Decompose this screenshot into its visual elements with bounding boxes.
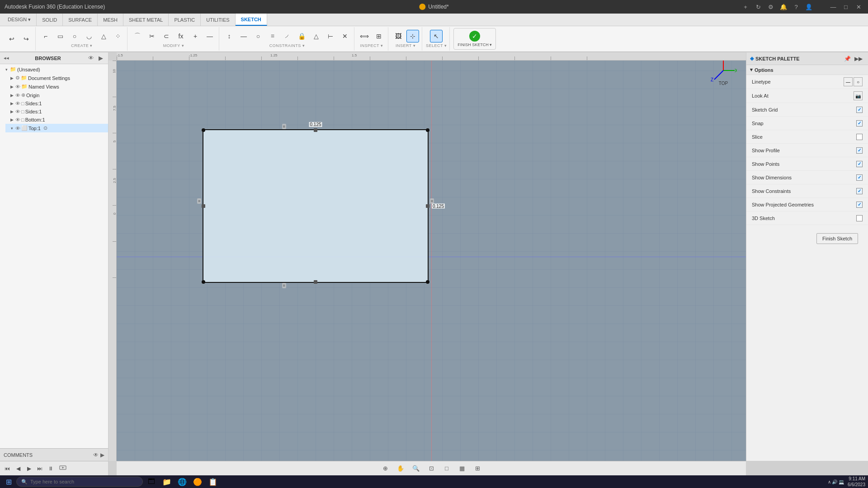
constrain1-btn[interactable]: ↕: [223, 30, 236, 42]
taskbar-app-clipboard[interactable]: 📋: [207, 475, 219, 488]
lock-btn[interactable]: 🔒: [295, 30, 308, 42]
more-create-btn[interactable]: ⁘: [112, 30, 124, 42]
plus-btn[interactable]: +: [189, 30, 202, 42]
notification-btn[interactable]: 🔔: [778, 2, 788, 12]
anim-prev-btn[interactable]: ◀: [14, 464, 23, 473]
bottom-grid-btn[interactable]: ▦: [456, 463, 468, 474]
polygon-tool-btn[interactable]: △: [97, 30, 110, 42]
finish-sketch-btn[interactable]: ✓ FINISH SKETCH ▾: [453, 28, 496, 50]
constrain8-btn[interactable]: ✕: [339, 30, 351, 42]
search-input[interactable]: [30, 479, 121, 484]
taskbar-search[interactable]: 🔍: [16, 477, 143, 487]
circle-tool-btn[interactable]: ○: [68, 30, 81, 42]
constrain4-btn[interactable]: =: [266, 30, 279, 42]
comments-eye-btn[interactable]: 👁: [93, 452, 99, 458]
close-btn[interactable]: ✕: [854, 2, 863, 12]
taskbar-chrome[interactable]: 🌐: [176, 475, 189, 488]
palette-collapse-btn[interactable]: ▶▶: [853, 55, 864, 62]
anim-pause-btn[interactable]: ⏸: [46, 464, 55, 473]
handle-bottom-right[interactable]: [426, 280, 429, 284]
tab-plastic[interactable]: PLASTIC: [169, 14, 201, 26]
settings-gear-btn[interactable]: ⚙: [766, 2, 776, 12]
constrain6-btn[interactable]: △: [310, 30, 322, 42]
tree-item-unsaved[interactable]: ▾ 📁 (Unsaved): [0, 65, 108, 74]
tab-sketch[interactable]: SKETCH: [236, 14, 267, 26]
anim-next-btn[interactable]: ⏭: [35, 464, 44, 473]
arc-tool-btn[interactable]: ◡: [83, 30, 95, 42]
fillet-btn[interactable]: ⌒: [131, 30, 144, 42]
slice-checkbox[interactable]: [856, 134, 863, 140]
insert-cursor-btn[interactable]: ⊹: [406, 30, 419, 42]
show-dimensions-checkbox[interactable]: [856, 174, 863, 181]
look-at-btn[interactable]: 📷: [854, 91, 863, 100]
refresh-btn[interactable]: ↻: [753, 2, 763, 12]
taskbar-app-orange[interactable]: 🟠: [191, 475, 204, 488]
redo-btn[interactable]: ↪: [20, 33, 33, 45]
browser-eye-btn[interactable]: 👁: [87, 54, 95, 62]
tree-item-top1[interactable]: ▾ 👁 ⬜ Top:1 ⊙: [5, 124, 108, 132]
snap-checkbox[interactable]: [856, 120, 863, 127]
inspect2-btn[interactable]: ⊞: [373, 30, 385, 42]
tab-mesh[interactable]: MESH: [98, 14, 123, 26]
3d-sketch-checkbox[interactable]: [856, 215, 863, 221]
tab-design[interactable]: DESIGN ▾: [2, 14, 37, 26]
bottom-settings-btn[interactable]: ⊞: [472, 463, 483, 474]
browser-expand-btn[interactable]: ▶: [97, 54, 104, 62]
tab-solid[interactable]: SOLID: [37, 14, 63, 26]
constrain3-btn[interactable]: ○: [252, 30, 264, 42]
start-button[interactable]: ⊞: [3, 476, 14, 488]
fx-btn[interactable]: fx: [175, 30, 187, 42]
help-btn[interactable]: ?: [791, 2, 801, 12]
taskbar-task-view[interactable]: 🗔: [145, 475, 158, 488]
tree-item-bottom1[interactable]: ▶ 👁 □ Bottom:1: [5, 116, 108, 124]
handle-top-mid[interactable]: [314, 128, 317, 132]
tree-item-named-views[interactable]: ▶ 👁 📁 Named Views: [5, 82, 108, 91]
minimize-btn[interactable]: —: [828, 2, 838, 12]
offset-btn[interactable]: ⊂: [160, 30, 173, 42]
sketch-rectangle[interactable]: 0.125 0.125 ≡ ≡ ≡ ≡: [203, 129, 429, 283]
constrain7-btn[interactable]: ⊢: [324, 30, 337, 42]
line2-btn[interactable]: —: [203, 30, 216, 42]
anim-record-btn[interactable]: [59, 464, 67, 473]
tab-sheet-metal[interactable]: SHEET METAL: [123, 14, 169, 26]
handle-top-left[interactable]: [202, 128, 205, 132]
show-points-checkbox[interactable]: [856, 161, 863, 167]
linetype-solid-btn[interactable]: —: [844, 77, 853, 86]
handle-bottom-left[interactable]: [202, 280, 205, 284]
palette-pin-btn[interactable]: 📌: [844, 56, 851, 62]
constrain2-btn[interactable]: —: [237, 30, 250, 42]
browser-back-btn[interactable]: ◂◂: [4, 55, 9, 61]
bottom-orbit-btn[interactable]: ⊕: [379, 463, 391, 474]
rect-tool-btn[interactable]: ▭: [54, 30, 66, 42]
handle-right-mid[interactable]: [426, 204, 429, 208]
new-tab-btn[interactable]: +: [741, 2, 750, 12]
comments-expand-btn[interactable]: ▶: [100, 452, 104, 458]
insert-image-btn[interactable]: 🖼: [392, 30, 405, 42]
select-btn[interactable]: ↖: [430, 30, 443, 42]
tree-item-sides1[interactable]: ▶ 👁 □ Sides:1: [5, 99, 108, 108]
measure-btn[interactable]: ⟺: [358, 30, 371, 42]
taskbar-file-explorer[interactable]: 📁: [160, 475, 173, 488]
bottom-zoom-btn[interactable]: 🔍: [410, 463, 422, 474]
anim-first-btn[interactable]: ⏮: [3, 464, 12, 473]
finish-sketch-palette-btn[interactable]: Finish Sketch: [816, 233, 858, 244]
sketch-grid-checkbox[interactable]: [856, 107, 863, 113]
tree-item-origin[interactable]: ▶ 👁 ⊕ Origin: [5, 91, 108, 99]
show-constraints-checkbox[interactable]: [856, 188, 863, 194]
line-tool-btn[interactable]: ⌐: [39, 30, 52, 42]
handle-bottom-mid[interactable]: [314, 280, 317, 284]
anim-play-btn[interactable]: ▶: [24, 464, 33, 473]
canvas-area[interactable]: 0.125 0.125 ≡ ≡ ≡ ≡ Y X Z TOP: [117, 52, 746, 461]
handle-left-mid[interactable]: [202, 204, 205, 208]
restore-btn[interactable]: □: [841, 2, 851, 12]
bottom-view-btn[interactable]: □: [441, 463, 453, 474]
trim-btn[interactable]: ✂: [146, 30, 158, 42]
handle-top-right[interactable]: [426, 128, 429, 132]
undo-btn[interactable]: ↩: [5, 33, 18, 45]
tab-utilities[interactable]: UTILITIES: [201, 14, 235, 26]
tree-item-sides-l1[interactable]: ▶ 👁 □ Sides:1: [5, 108, 108, 116]
show-profile-checkbox[interactable]: [856, 147, 863, 154]
tree-item-doc-settings[interactable]: ▶ ⚙ 📁 Document Settings: [5, 74, 108, 82]
show-projected-checkbox[interactable]: [856, 202, 863, 208]
linetype-dashed-btn[interactable]: ○: [854, 77, 863, 86]
